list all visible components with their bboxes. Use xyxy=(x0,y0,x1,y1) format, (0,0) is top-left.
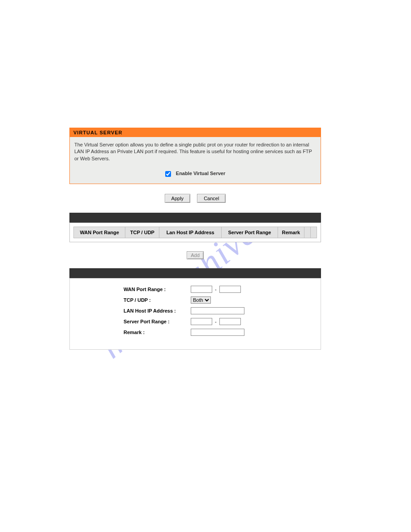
tcp-udp-select[interactable]: Both xyxy=(191,296,211,304)
apply-button[interactable]: Apply xyxy=(165,194,191,203)
col-lan-host-ip: Lan Host IP Address xyxy=(159,227,222,238)
server-port-from-input[interactable] xyxy=(191,318,212,325)
virtual-server-panel: VIRTUAL SERVER The Virtual Server option… xyxy=(69,128,321,350)
tcp-udp-label: TCP / UDP : xyxy=(124,297,191,303)
settings-panel: VIRTUAL SERVER The Virtual Server option… xyxy=(69,128,321,184)
col-server-port-range: Server Port Range xyxy=(222,227,278,238)
panel-title: VIRTUAL SERVER xyxy=(70,128,321,137)
remark-input[interactable] xyxy=(191,329,244,336)
add-button-row: Add xyxy=(69,242,321,268)
col-action-2 xyxy=(311,227,317,238)
enable-virtual-server-checkbox[interactable] xyxy=(165,171,171,177)
wan-port-from-input[interactable] xyxy=(191,286,212,293)
lan-host-ip-label: LAN Host IP Address : xyxy=(124,308,191,313)
col-tcp-udp: TCP / UDP xyxy=(125,227,159,238)
col-wan-port-range: WAN Port Range xyxy=(74,227,125,238)
enable-virtual-server-label: Enable Virtual Server xyxy=(176,171,225,176)
add-button[interactable]: Add xyxy=(187,251,204,259)
rules-table: WAN Port Range TCP / UDP Lan Host IP Add… xyxy=(73,227,317,238)
server-port-range-label: Server Port Range : xyxy=(124,319,191,324)
remark-label: Remark : xyxy=(124,330,191,335)
rule-form: WAN Port Range : - TCP / UDP : Both LAN … xyxy=(69,278,321,350)
divider-bar xyxy=(69,213,321,223)
wan-port-to-input[interactable] xyxy=(219,286,241,293)
server-port-to-input[interactable] xyxy=(219,318,241,325)
description-text: The Virtual Server option allows you to … xyxy=(74,142,316,162)
cancel-button[interactable]: Cancel xyxy=(197,194,226,203)
rules-table-container: WAN Port Range TCP / UDP Lan Host IP Add… xyxy=(69,223,321,242)
range-dash: - xyxy=(215,287,217,292)
lan-host-ip-input[interactable] xyxy=(191,307,244,314)
action-button-row: Apply Cancel xyxy=(69,184,321,213)
range-dash-2: - xyxy=(215,319,217,324)
divider-bar-2 xyxy=(69,268,321,278)
col-action-1 xyxy=(304,227,311,238)
wan-port-range-label: WAN Port Range : xyxy=(124,287,191,292)
col-remark: Remark xyxy=(278,227,304,238)
